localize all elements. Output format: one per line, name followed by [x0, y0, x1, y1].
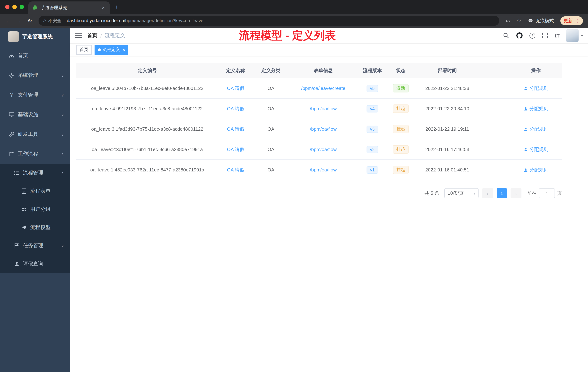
password-key-icon[interactable]	[503, 16, 513, 26]
sidebar-item-dev-tools[interactable]: 研发工具 ∨	[0, 124, 70, 144]
version-badge: v3	[366, 125, 378, 133]
monitor-icon	[9, 112, 15, 118]
zoom-window-button[interactable]	[20, 5, 24, 9]
font-size-icon[interactable]: tT	[555, 33, 560, 38]
sidebar-item-task-management[interactable]: 任务管理 ∨	[0, 237, 70, 255]
sidebar-item-payment[interactable]: ¥ 支付管理 ∨	[0, 85, 70, 105]
sidebar-item-home[interactable]: 首页	[0, 46, 70, 66]
col-version: 流程版本	[358, 63, 387, 78]
forward-icon[interactable]: →	[14, 16, 24, 26]
definition-name-link[interactable]: OA 请假	[227, 105, 244, 112]
definition-name-link[interactable]: OA 请假	[227, 146, 244, 153]
form-link[interactable]: /bpm/oa/flow	[310, 106, 336, 111]
definition-name-link[interactable]: OA 请假	[227, 85, 244, 92]
tag-close-icon[interactable]: ×	[123, 47, 125, 52]
version-badge: v5	[366, 85, 378, 92]
sidebar-toggle-hamburger-icon[interactable]	[70, 27, 87, 44]
breadcrumb-home[interactable]: 首页	[87, 32, 97, 39]
paper-plane-icon	[21, 225, 27, 230]
sidebar-item-leave-query[interactable]: 请假查询	[0, 255, 70, 273]
wrench-icon	[9, 131, 15, 137]
security-status[interactable]: ⚠ 不安全	[43, 18, 62, 24]
page-size-select[interactable]: 10条/页 ▾	[444, 188, 479, 198]
reload-icon[interactable]: ↻	[25, 16, 35, 26]
url-path: /bpm/manager/definition?key=oa_leave	[124, 18, 203, 23]
sidebar-item-system[interactable]: 系统管理 ∨	[0, 66, 70, 85]
cell-id: oa_leave:5:004b710b-7b8a-11ec-8ef0-acde4…	[76, 78, 218, 98]
browser-tab[interactable]: 芋道管理系统 ×	[28, 1, 110, 14]
app-title: 芋道管理系统	[22, 33, 53, 40]
status-badge: 挂起	[393, 166, 409, 174]
table-row: oa_leave:1:482ec033-762a-11ec-8477-a2380…	[76, 160, 562, 180]
form-link[interactable]: /bpm/oa/flow	[310, 167, 336, 173]
sidebar-item-process-management[interactable]: 流程管理 ∧	[0, 164, 70, 182]
briefcase-icon	[9, 151, 15, 157]
app-header: 首页 / 流程定义 流程模型 - 定义列表	[70, 28, 588, 44]
user-avatar-dropdown[interactable]: ▾	[566, 29, 583, 42]
avatar	[566, 29, 579, 42]
omnibox-divider	[64, 18, 64, 23]
goto-page-input[interactable]	[539, 188, 555, 198]
fullscreen-icon[interactable]	[541, 32, 549, 39]
sidebar-item-infrastructure[interactable]: 基础设施 ∨	[0, 105, 70, 124]
sidebar-item-user-group[interactable]: 用户分组	[0, 200, 70, 219]
status-badge: 挂起	[393, 125, 409, 133]
person-icon	[524, 107, 528, 111]
tag-process-definition[interactable]: 流程定义 ×	[94, 45, 128, 55]
next-page-button[interactable]: ›	[511, 188, 521, 198]
yen-icon: ¥	[9, 92, 15, 98]
browser-menu-kebab-icon[interactable]: ⋮	[575, 18, 580, 23]
form-link[interactable]: /bpm/oa/leave/create	[301, 86, 346, 91]
prev-page-button[interactable]: ‹	[482, 188, 493, 198]
sidebar-item-workflow[interactable]: 工作流程 ∧	[0, 144, 70, 164]
back-icon[interactable]: ←	[3, 16, 13, 26]
minimize-window-button[interactable]	[12, 5, 17, 9]
github-icon[interactable]	[516, 32, 523, 39]
update-label: 更新	[564, 18, 573, 24]
version-badge: v1	[366, 166, 378, 174]
new-tab-button[interactable]: +	[115, 4, 118, 11]
pagination: 共 5 条 10条/页 ▾ ‹ 1 › 前往 页	[76, 188, 562, 198]
list-icon	[14, 170, 20, 176]
definition-name-link[interactable]: OA 请假	[227, 126, 244, 132]
close-window-button[interactable]	[5, 5, 10, 9]
bookmark-star-icon[interactable]: ☆	[514, 16, 524, 26]
assign-rule-link[interactable]: 分配规则	[524, 126, 548, 132]
incognito-badge: 无痕模式	[525, 18, 557, 24]
assign-rule-link[interactable]: 分配规则	[524, 146, 548, 153]
address-bar[interactable]: ⚠ 不安全 dashboard.yudao.iocoder.cn/bpm/man…	[39, 16, 499, 26]
cell-id: oa_leave:3:1fad3d93-7b75-11ec-a3c8-acde4…	[76, 119, 218, 139]
browser-window: 芋道管理系统 × + ← → ↻ ⚠ 不安全 dashboard.yudao.i…	[0, 0, 588, 372]
form-link[interactable]: /bpm/oa/flow	[310, 126, 336, 132]
breadcrumb: 首页 / 流程定义	[87, 32, 125, 39]
dashboard-icon	[9, 53, 15, 59]
cell-id: oa_leave:2:3c1f0ef1-76b1-11ec-9c66-a2380…	[76, 139, 218, 159]
current-page-button[interactable]: 1	[497, 188, 507, 198]
assign-rule-link[interactable]: 分配规则	[524, 85, 548, 92]
tab-close-icon[interactable]: ×	[100, 5, 106, 11]
tag-home[interactable]: 首页	[76, 45, 92, 55]
assign-rule-link[interactable]: 分配规则	[524, 105, 548, 112]
table-header-row: 定义编号 定义名称 定义分类 表单信息 流程版本 状态 部署时间 操作	[76, 63, 562, 78]
incognito-icon	[528, 18, 534, 24]
url-text: dashboard.yudao.iocoder.cn/bpm/manager/d…	[67, 18, 203, 23]
url-domain: dashboard.yudao.iocoder.cn	[67, 18, 124, 23]
help-icon[interactable]: ?	[529, 33, 535, 38]
form-link[interactable]: /bpm/oa/flow	[310, 147, 336, 152]
sidebar-item-process-model[interactable]: 流程模型	[0, 219, 70, 237]
person-icon	[14, 261, 20, 267]
table-row: oa_leave:4:991f2193-7b7f-11ec-a3c8-acde4…	[76, 99, 562, 119]
chevron-down-icon: ∨	[60, 93, 65, 97]
chrome-update-button[interactable]: 更新 ⋮	[560, 16, 583, 25]
total-count: 共 5 条	[425, 190, 439, 197]
workflow-submenu: 流程管理 ∧ 流程表单	[0, 164, 70, 273]
table-row: oa_leave:3:1fad3d93-7b75-11ec-a3c8-acde4…	[76, 119, 562, 139]
assign-rule-link[interactable]: 分配规则	[524, 166, 548, 173]
sidebar-logo[interactable]: 芋道管理系统	[0, 28, 70, 46]
chevron-down-icon: ∨	[60, 244, 65, 248]
definition-name-link[interactable]: OA 请假	[227, 166, 244, 173]
goto-prefix: 前往	[527, 190, 537, 197]
col-category: 定义分类	[253, 63, 289, 78]
sidebar-item-process-form[interactable]: 流程表单	[0, 182, 70, 200]
search-icon[interactable]	[503, 32, 510, 39]
